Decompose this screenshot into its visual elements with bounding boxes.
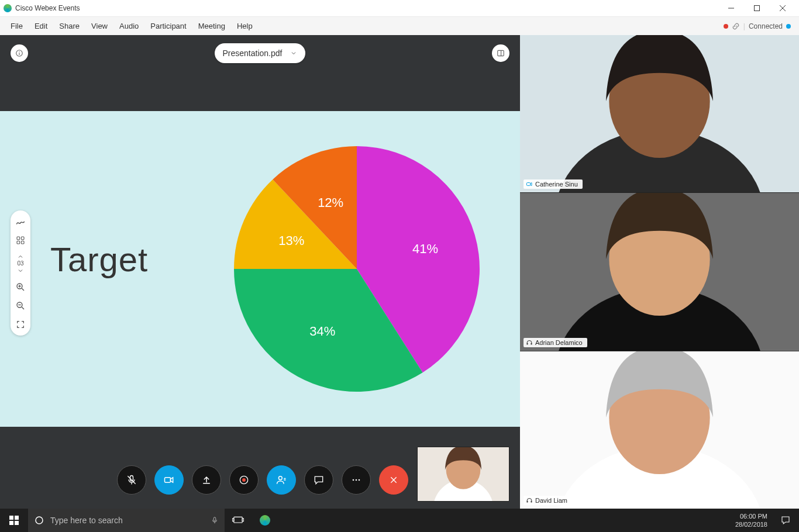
svg-rect-48 (527, 500, 528, 502)
scribble-tool-icon[interactable] (15, 216, 26, 227)
svg-rect-1 (755, 6, 760, 11)
svg-rect-56 (234, 517, 242, 523)
svg-rect-52 (9, 521, 13, 525)
link-icon[interactable] (732, 22, 740, 30)
connection-status: | Connected (724, 22, 794, 30)
end-call-button[interactable] (379, 465, 408, 495)
menu-help[interactable]: Help (231, 19, 259, 33)
svg-rect-57 (232, 519, 233, 521)
presentation-stage: Presentation.pdf 03 Target 41%34%13%12% (0, 35, 520, 509)
participant-name: Catherine Sinu (535, 181, 578, 188)
svg-rect-22 (165, 478, 171, 482)
chat-button[interactable] (304, 465, 333, 495)
start-button[interactable] (0, 509, 28, 532)
windows-taskbar: 06:00 PM 28/02/2018 (0, 509, 799, 532)
participants-button[interactable] (267, 465, 296, 495)
menu-participant[interactable]: Participant (144, 19, 192, 33)
zoom-in-icon[interactable] (15, 282, 26, 292)
self-view[interactable] (417, 447, 509, 502)
svg-line-14 (22, 288, 24, 291)
window-close-button[interactable] (770, 0, 795, 16)
title-bar: Cisco Webex Events (0, 0, 799, 16)
menu-view[interactable]: View (85, 19, 113, 33)
svg-rect-51 (15, 516, 19, 520)
svg-rect-50 (9, 516, 13, 520)
info-button[interactable] (11, 44, 28, 62)
taskbar-search-input[interactable] (50, 516, 205, 525)
task-view-button[interactable] (225, 509, 252, 532)
annotation-toolbar: 03 (11, 210, 30, 336)
webex-logo-icon (4, 4, 12, 12)
pie-slice-label: 41% (412, 241, 438, 256)
svg-point-5 (19, 51, 19, 52)
connection-label: Connected (749, 22, 783, 30)
svg-point-24 (242, 478, 246, 482)
svg-rect-58 (242, 519, 243, 521)
layout-button[interactable] (492, 44, 509, 62)
mic-icon[interactable] (211, 515, 219, 526)
menu-edit[interactable]: Edit (29, 19, 53, 33)
svg-point-29 (356, 479, 357, 481)
taskbar-clock[interactable]: 06:00 PM 28/02/2018 (731, 512, 772, 529)
action-center-button[interactable] (772, 509, 799, 532)
chevron-down-icon (290, 50, 297, 57)
recording-dot-icon (724, 24, 728, 29)
svg-line-18 (22, 307, 24, 309)
svg-rect-53 (15, 521, 19, 525)
menu-audio[interactable]: Audio (113, 19, 144, 33)
svg-point-30 (359, 479, 360, 481)
shared-file-name: Presentation.pdf (223, 49, 283, 58)
window-minimize-button[interactable] (718, 0, 744, 16)
mute-button[interactable] (117, 465, 146, 495)
taskbar-date: 28/02/2018 (735, 520, 767, 528)
svg-rect-49 (531, 500, 532, 502)
page-next-icon[interactable] (15, 268, 26, 274)
window-title: Cisco Webex Events (15, 4, 80, 12)
participant-name: Adrian Delamico (535, 339, 583, 346)
participant-badge: Catherine Sinu (524, 179, 583, 189)
menu-share[interactable]: Share (53, 19, 85, 33)
participants-panel: Catherine Sinu Adrian Delamico David Lia… (520, 35, 799, 509)
menu-file[interactable]: File (5, 19, 29, 33)
svg-rect-12 (21, 241, 24, 244)
participant-tile[interactable]: Catherine Sinu (520, 35, 799, 193)
record-button[interactable] (229, 465, 259, 495)
svg-point-54 (36, 517, 43, 524)
video-button[interactable] (154, 465, 184, 495)
fullscreen-icon[interactable] (15, 319, 26, 330)
pie-chart: 41%34%13%12% (216, 129, 497, 409)
svg-rect-9 (17, 237, 20, 240)
connected-dot-icon (786, 24, 791, 29)
page-number: 03 (17, 261, 23, 267)
svg-rect-11 (17, 241, 20, 244)
svg-rect-43 (527, 343, 528, 344)
zoom-out-icon[interactable] (15, 300, 26, 311)
slide-content: Target 41%34%13%12% (0, 111, 520, 427)
participant-tile[interactable]: Adrian Delamico (520, 193, 799, 351)
svg-point-28 (353, 479, 354, 481)
call-controls (117, 465, 408, 495)
menu-meeting[interactable]: Meeting (192, 19, 231, 33)
participant-name: David Liam (535, 497, 567, 504)
svg-rect-10 (21, 237, 24, 240)
share-screen-button[interactable] (192, 465, 221, 495)
thumbnails-tool-icon[interactable] (15, 235, 26, 246)
shared-file-pill[interactable]: Presentation.pdf (215, 43, 306, 63)
svg-rect-6 (19, 53, 19, 55)
svg-rect-55 (213, 517, 216, 521)
pie-slice-label: 12% (318, 195, 343, 210)
webex-taskbar-icon[interactable] (252, 509, 278, 532)
taskbar-search[interactable] (28, 509, 225, 532)
svg-rect-39 (527, 183, 531, 186)
cortana-icon (34, 515, 44, 526)
more-options-button[interactable] (342, 465, 371, 495)
participant-tile[interactable]: David Liam (520, 351, 799, 509)
participant-badge: Adrian Delamico (524, 338, 587, 347)
page-prev-icon[interactable] (15, 254, 26, 260)
self-avatar (418, 447, 509, 501)
participant-badge: David Liam (524, 496, 572, 505)
pie-slice-label: 13% (278, 233, 304, 248)
window-maximize-button[interactable] (744, 0, 770, 16)
svg-rect-44 (531, 343, 532, 344)
pie-slice-label: 34% (309, 324, 335, 338)
